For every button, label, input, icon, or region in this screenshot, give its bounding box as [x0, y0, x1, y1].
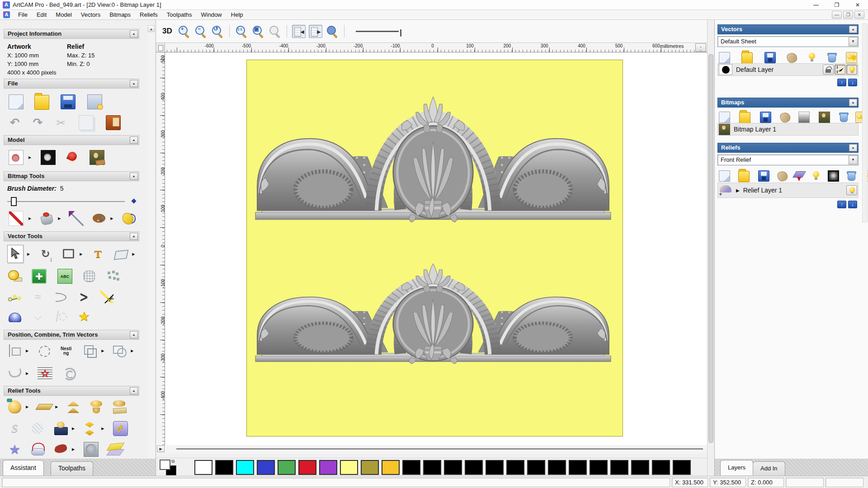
sheet-select[interactable]: Default Sheet ▼: [717, 36, 859, 47]
line-width-widget[interactable]: [356, 27, 403, 36]
colour-swatch[interactable]: [402, 460, 420, 475]
load-bitmap-icon[interactable]: [90, 150, 104, 165]
mdi-restore-icon[interactable]: ❐: [843, 11, 853, 19]
tab-add-in[interactable]: Add In: [753, 461, 785, 475]
chevron-down-icon[interactable]: ▼: [849, 37, 858, 46]
canvas-vertical-scrollbar[interactable]: [707, 20, 714, 476]
link-colours-icon[interactable]: ⧉: [171, 459, 175, 464]
new-layer-icon[interactable]: [806, 52, 817, 63]
mirror-curve-icon[interactable]: [53, 309, 68, 324]
merge-icon[interactable]: [786, 52, 797, 63]
paste-icon[interactable]: [106, 115, 121, 130]
restore-icon[interactable]: ❐: [826, 0, 847, 9]
envelope-distort-icon[interactable]: [113, 247, 128, 262]
pane-toggle-icon[interactable]: ▶: [157, 446, 165, 452]
weld-vectors-icon[interactable]: [112, 343, 127, 358]
colour-swatch[interactable]: [548, 460, 566, 475]
colour-swatch[interactable]: [215, 460, 233, 475]
polyline-tool-icon[interactable]: [7, 289, 22, 304]
collapse-section-icon[interactable]: ▲: [849, 144, 857, 151]
layer-visibility-icon[interactable]: [846, 185, 857, 195]
group-vectors-icon[interactable]: [83, 343, 98, 358]
mdi-minimize-icon[interactable]: —: [832, 11, 842, 19]
pick-colour-icon[interactable]: [69, 211, 84, 226]
zoom-out-icon[interactable]: −: [194, 24, 208, 38]
redo-icon[interactable]: ↷: [30, 115, 45, 130]
delete-layer-icon[interactable]: [845, 170, 857, 182]
bevel-vectors-icon[interactable]: >: [76, 289, 91, 304]
relief-envelope-icon[interactable]: ↷: [113, 421, 128, 436]
cut-icon[interactable]: ✂: [53, 115, 68, 130]
colour-swatch[interactable]: [361, 460, 379, 475]
collapse-section-icon[interactable]: ▲: [130, 331, 138, 338]
collapse-section-icon[interactable]: ▲: [130, 80, 138, 87]
fade-icon[interactable]: [798, 112, 810, 123]
colour-swatch[interactable]: [340, 460, 358, 475]
two-rail-sweep-icon[interactable]: [30, 442, 45, 457]
model-properties-icon[interactable]: [87, 94, 102, 109]
colour-swatch[interactable]: [673, 460, 691, 475]
open-icon[interactable]: [738, 171, 750, 182]
menu-item[interactable]: Window: [197, 10, 226, 19]
texture-relief-icon[interactable]: [30, 421, 45, 436]
zoom-fit-icon[interactable]: ▣: [251, 24, 265, 38]
bitmap-layer-row[interactable]: Bitmap Layer 1: [717, 123, 859, 136]
move-layer-down-icon[interactable]: ↓: [848, 79, 857, 86]
colour-swatch[interactable]: [278, 460, 296, 475]
merge-icon[interactable]: [779, 112, 791, 123]
colour-swatch[interactable]: [319, 460, 337, 475]
copy-icon[interactable]: [79, 115, 94, 130]
delete-layer-icon[interactable]: [826, 52, 837, 63]
offset-relief-icon[interactable]: [83, 421, 98, 436]
menu-item[interactable]: Vectors: [76, 10, 105, 19]
colour-swatch[interactable]: [423, 460, 441, 475]
colour-swatch[interactable]: [590, 460, 608, 475]
arc-text-icon[interactable]: ABC: [57, 269, 72, 284]
collapse-section-icon[interactable]: ▲: [130, 233, 138, 240]
open-icon[interactable]: [739, 112, 750, 123]
text-on-curve-icon[interactable]: [37, 343, 52, 358]
greyscale-icon[interactable]: [828, 170, 839, 182]
expand-icon[interactable]: ▶: [736, 188, 740, 193]
colour-swatch[interactable]: [610, 460, 628, 475]
ruler-units-icon[interactable]: ⌄⌄: [695, 43, 706, 52]
new-model-icon[interactable]: [9, 94, 24, 109]
node-editing-icon[interactable]: ✚: [32, 269, 47, 284]
star-relief-icon[interactable]: ★: [7, 442, 22, 457]
tab-toolpaths[interactable]: Toolpaths: [51, 461, 93, 475]
select-vectors-icon[interactable]: [7, 245, 24, 263]
colour-swatch[interactable]: [569, 460, 587, 475]
paint-icon[interactable]: [9, 211, 24, 226]
paste-along-curve-icon[interactable]: [105, 269, 120, 284]
collapse-section-icon[interactable]: ▲: [849, 99, 857, 106]
primary-secondary-colour[interactable]: ⧉: [160, 460, 179, 476]
zoom-1to1-icon[interactable]: 1:1: [235, 24, 248, 38]
brush-diameter-slider[interactable]: [7, 197, 138, 206]
colour-swatch[interactable]: [257, 460, 275, 475]
scroll-up-icon[interactable]: ▲: [148, 25, 155, 32]
model-greyscale-icon[interactable]: [41, 150, 56, 165]
undo-icon[interactable]: ↶: [7, 115, 22, 130]
join-vectors-icon[interactable]: [7, 366, 22, 381]
mdi-close-icon[interactable]: ✕: [854, 11, 864, 19]
colour-swatch[interactable]: [465, 460, 483, 475]
measure-tool-icon[interactable]: [7, 269, 22, 284]
lock-layer-icon[interactable]: [823, 65, 834, 75]
relief-layer-row[interactable]: + ▶ Relief Layer 1: [717, 183, 859, 198]
sculpt-relief-icon[interactable]: [112, 399, 127, 414]
calculate-relief-icon[interactable]: [7, 399, 22, 414]
fit-curve-icon[interactable]: ⌵: [30, 309, 45, 324]
scrollbar-thumb[interactable]: [708, 54, 713, 443]
save-model-icon[interactable]: [61, 94, 75, 109]
primary-colour-swatch[interactable]: [160, 460, 170, 470]
colour-swatch[interactable]: [506, 460, 524, 475]
colour-swatch[interactable]: [382, 460, 400, 475]
transform-vectors-icon[interactable]: ↻: [38, 247, 53, 262]
layer-colour-swatch[interactable]: [719, 64, 732, 75]
shape-editor-icon[interactable]: [66, 399, 81, 414]
colour-swatch[interactable]: [236, 460, 254, 475]
new-layer2-icon[interactable]: [810, 170, 821, 182]
colour-swatch[interactable]: [631, 460, 649, 475]
3d-view-button[interactable]: 3D: [160, 27, 174, 36]
align-vectors-icon[interactable]: [7, 343, 22, 358]
